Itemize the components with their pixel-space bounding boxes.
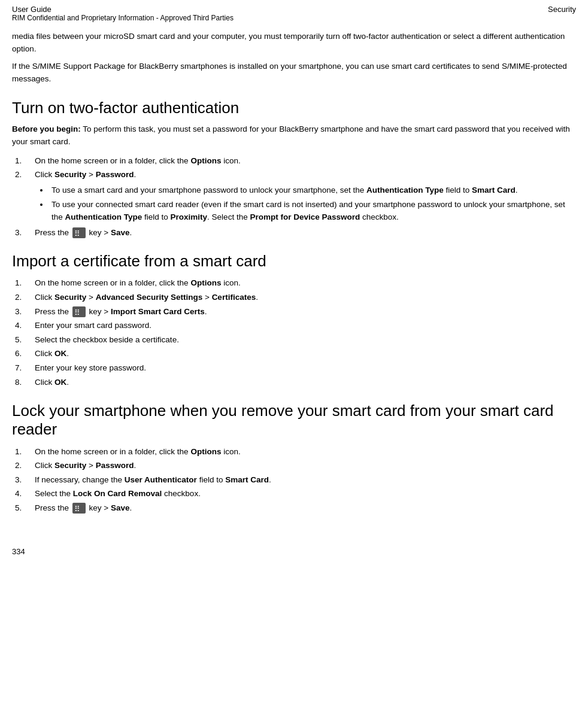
- menu-icon-3: [72, 503, 86, 514]
- lock-step-5: Press the key > Save.: [24, 502, 576, 515]
- step1-bold: Options: [190, 156, 221, 165]
- two-factor-step-3: Press the key > Save.: [24, 226, 576, 239]
- header-left: User Guide RIM Confidential and Propriet…: [12, 5, 234, 22]
- step2-bold2: Password: [96, 170, 134, 179]
- import-step-1: On the home screen or in a folder, click…: [24, 277, 576, 290]
- step1-text-after: icon.: [221, 156, 240, 165]
- step3-text-middle: key >: [89, 228, 111, 237]
- b2-bold3: Prompt for Device Password: [250, 212, 360, 221]
- page-footer: 334: [0, 541, 588, 562]
- two-factor-step-1: On the home screen or in a folder, click…: [24, 154, 576, 168]
- import-cert-steps: On the home screen or in a folder, click…: [12, 277, 576, 388]
- sub-bullet-2: To use your connected smart card reader …: [49, 198, 576, 224]
- step2-middle: >: [86, 170, 95, 179]
- import-step-6: Click OK.: [24, 347, 576, 360]
- before-you-begin-text: To perform this task, you must set a pas…: [12, 124, 570, 146]
- header-title: User Guide: [12, 5, 234, 14]
- lock-step-3: If necessary, change the User Authentica…: [24, 473, 576, 487]
- step2-text-after: .: [134, 170, 136, 179]
- import-step-3: Press the key > Import Smart Card Certs.: [24, 305, 576, 318]
- lock-step-4: Select the Lock On Card Removal checkbox…: [24, 487, 576, 500]
- intro-para-2: If the S/MIME Support Package for BlackB…: [12, 60, 576, 86]
- step3-bold: Save: [111, 228, 130, 237]
- step2-text-before: Click: [35, 170, 54, 179]
- two-factor-steps: On the home screen or in a folder, click…: [12, 154, 576, 239]
- b2-bold2: Proximity: [171, 212, 208, 221]
- two-factor-sub-list: To use a smart card and your smartphone …: [35, 184, 576, 224]
- b1-bold2: Smart Card: [472, 186, 516, 195]
- section-heading-two-factor: Turn on two-factor authentication: [12, 99, 576, 117]
- b1-text-after: .: [516, 186, 518, 195]
- section-heading-import-cert: Import a certificate from a smart card: [12, 252, 576, 271]
- b1-text-before: To use a smart card and your smartphone …: [51, 186, 366, 195]
- menu-icon-2: [72, 306, 86, 317]
- step3-text-after: .: [130, 228, 132, 237]
- lock-step-2: Click Security > Password.: [24, 459, 576, 472]
- import-step-8: Click OK.: [24, 376, 576, 389]
- section-heading-lock: Lock your smartphone when you remove you…: [12, 402, 576, 439]
- lock-steps: On the home screen or in a folder, click…: [12, 445, 576, 515]
- b1-middle: field to: [444, 186, 472, 195]
- b2-middle2: . Select the: [207, 212, 250, 221]
- menu-icon: [72, 227, 86, 238]
- import-step-2: Click Security > Advanced Security Setti…: [24, 291, 576, 304]
- page-content: media files between your microSD smart c…: [0, 25, 588, 535]
- before-you-begin-label: Before you begin:: [12, 124, 81, 133]
- header-subtitle: RIM Confidential and Proprietary Informa…: [12, 14, 234, 22]
- page-number: 334: [12, 547, 25, 556]
- b1-bold1: Authentication Type: [366, 186, 444, 195]
- step1-text-before: On the home screen or in a folder, click…: [35, 156, 190, 165]
- b2-text-after: checkbox.: [360, 212, 399, 221]
- b2-middle1: field to: [142, 212, 170, 221]
- sub-bullet-1: To use a smart card and your smartphone …: [49, 184, 576, 197]
- step3-text-before: Press the: [35, 228, 69, 237]
- header-section: Security: [548, 5, 576, 14]
- import-step-4: Enter your smart card password.: [24, 319, 576, 332]
- two-factor-step-2: Click Security > Password. To use a smar…: [24, 168, 576, 223]
- import-step-7: Enter your key store password.: [24, 362, 576, 375]
- before-you-begin: Before you begin: To perform this task, …: [12, 123, 576, 148]
- lock-step-1: On the home screen or in a folder, click…: [24, 445, 576, 458]
- step2-bold1: Security: [54, 170, 86, 179]
- import-step-5: Select the checkbox beside a certificate…: [24, 333, 576, 347]
- b2-bold1: Authentication Type: [65, 212, 143, 221]
- page-header: User Guide RIM Confidential and Propriet…: [0, 0, 588, 25]
- intro-para-1: media files between your microSD smart c…: [12, 31, 576, 56]
